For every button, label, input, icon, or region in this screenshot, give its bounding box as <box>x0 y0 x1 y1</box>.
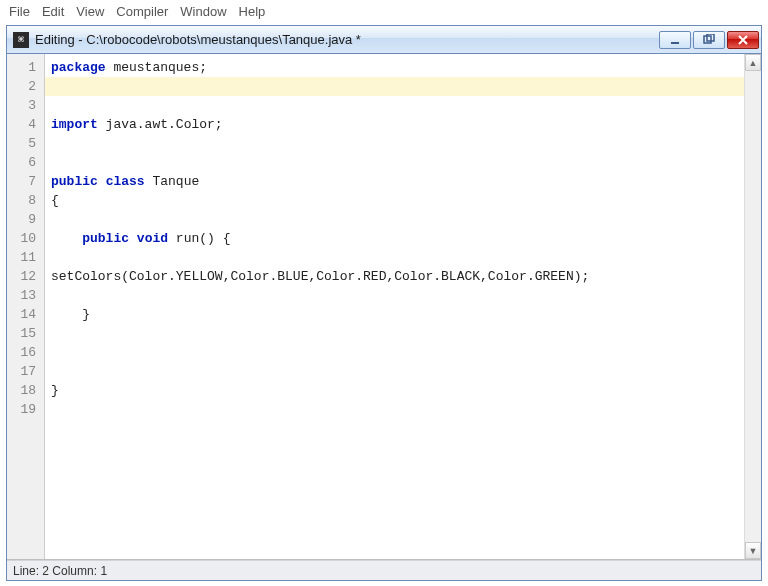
minimize-button[interactable] <box>659 31 691 49</box>
code-line[interactable] <box>45 362 744 381</box>
code-line[interactable] <box>45 134 744 153</box>
line-number: 18 <box>7 381 44 400</box>
keyword-token: public <box>82 231 129 246</box>
code-line[interactable] <box>45 96 744 115</box>
editor-area: 12345678910111213141516171819 package me… <box>7 54 761 560</box>
editor-window: ⌘ Editing - C:\robocode\robots\meustanqu… <box>6 25 762 581</box>
code-line[interactable]: } <box>45 305 744 324</box>
scroll-down-arrow[interactable]: ▼ <box>745 542 761 559</box>
code-line[interactable]: import java.awt.Color; <box>45 115 744 134</box>
code-line[interactable]: { <box>45 191 744 210</box>
line-number: 7 <box>7 172 44 191</box>
keyword-token: void <box>137 231 168 246</box>
text-token: setColors(Color.YELLOW,Color.BLUE,Color.… <box>51 269 589 284</box>
code-line[interactable]: setColors(Color.YELLOW,Color.BLUE,Color.… <box>45 267 744 286</box>
titlebar[interactable]: ⌘ Editing - C:\robocode\robots\meustanqu… <box>7 26 761 54</box>
text-token: run() { <box>168 231 230 246</box>
line-number: 10 <box>7 229 44 248</box>
code-line[interactable] <box>45 248 744 267</box>
status-bar: Line: 2 Column: 1 <box>7 560 761 580</box>
code-area[interactable]: package meustanques;import java.awt.Colo… <box>45 54 744 559</box>
keyword-token: package <box>51 60 106 75</box>
text-token: } <box>51 307 90 322</box>
text-token <box>98 174 106 189</box>
line-number: 5 <box>7 134 44 153</box>
close-button[interactable] <box>727 31 759 49</box>
maximize-icon <box>703 34 715 46</box>
vertical-scrollbar[interactable]: ▲ ▼ <box>744 54 761 559</box>
menu-view[interactable]: View <box>71 3 109 20</box>
close-icon <box>737 34 749 46</box>
line-number: 19 <box>7 400 44 419</box>
line-number: 11 <box>7 248 44 267</box>
line-number: 1 <box>7 58 44 77</box>
text-token: { <box>51 193 59 208</box>
code-line[interactable] <box>45 324 744 343</box>
code-line[interactable]: public void run() { <box>45 229 744 248</box>
scroll-up-arrow[interactable]: ▲ <box>745 54 761 71</box>
line-number: 9 <box>7 210 44 229</box>
line-number: 2 <box>7 77 44 96</box>
code-line[interactable] <box>45 400 744 419</box>
code-line[interactable]: } <box>45 381 744 400</box>
line-number: 13 <box>7 286 44 305</box>
menu-edit[interactable]: Edit <box>37 3 69 20</box>
code-line[interactable] <box>45 210 744 229</box>
line-number: 4 <box>7 115 44 134</box>
keyword-token: class <box>106 174 145 189</box>
menu-file[interactable]: File <box>4 3 35 20</box>
keyword-token: public <box>51 174 98 189</box>
menu-window[interactable]: Window <box>175 3 231 20</box>
line-number: 15 <box>7 324 44 343</box>
minimize-icon <box>669 34 681 46</box>
code-line[interactable] <box>45 286 744 305</box>
line-number: 17 <box>7 362 44 381</box>
line-number: 12 <box>7 267 44 286</box>
code-line[interactable] <box>45 77 744 96</box>
cursor-position: Line: 2 Column: 1 <box>13 564 107 578</box>
line-number: 8 <box>7 191 44 210</box>
text-token: Tanque <box>145 174 200 189</box>
line-number: 16 <box>7 343 44 362</box>
svg-rect-0 <box>671 42 679 44</box>
menu-help[interactable]: Help <box>234 3 271 20</box>
text-token <box>129 231 137 246</box>
line-number: 3 <box>7 96 44 115</box>
app-icon: ⌘ <box>13 32 29 48</box>
text-token: } <box>51 383 59 398</box>
text-token: java.awt.Color; <box>98 117 223 132</box>
text-token: meustanques; <box>106 60 207 75</box>
window-buttons <box>659 31 759 49</box>
keyword-token: import <box>51 117 98 132</box>
outer-menubar: File Edit View Compiler Window Help <box>0 0 768 22</box>
code-line[interactable]: package meustanques; <box>45 58 744 77</box>
code-line[interactable] <box>45 153 744 172</box>
line-number: 14 <box>7 305 44 324</box>
window-title: Editing - C:\robocode\robots\meustanques… <box>35 32 659 47</box>
code-line[interactable]: public class Tanque <box>45 172 744 191</box>
line-number-gutter: 12345678910111213141516171819 <box>7 54 45 559</box>
maximize-button[interactable] <box>693 31 725 49</box>
line-number: 6 <box>7 153 44 172</box>
menu-compiler[interactable]: Compiler <box>111 3 173 20</box>
code-line[interactable] <box>45 343 744 362</box>
text-token <box>51 231 82 246</box>
